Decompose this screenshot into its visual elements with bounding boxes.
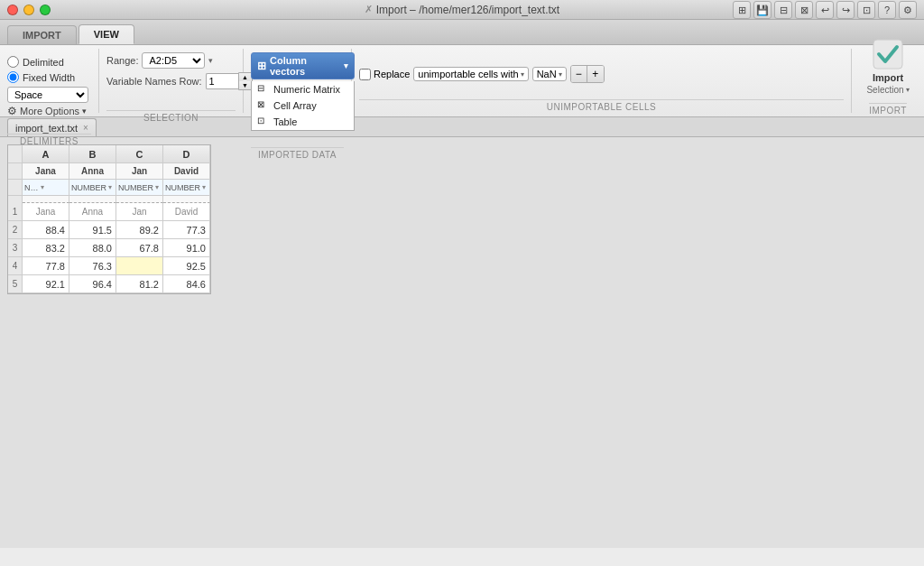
type-row: N… ▾ NUMBER ▾ NUMBER ▾ NUMBER ▾ xyxy=(8,180,210,196)
gear-icon: ⚙ xyxy=(7,105,17,117)
cell-3-a[interactable]: 83.2 xyxy=(23,239,69,257)
plus-button[interactable]: + xyxy=(587,66,604,82)
cell-4-b[interactable]: 76.3 xyxy=(69,257,116,275)
delimiters-section: Delimited Fixed Width Space ⚙ More Optio… xyxy=(0,49,99,113)
cell-1-c[interactable]: Jan xyxy=(116,203,163,221)
type-dropdown-a[interactable]: ▾ xyxy=(41,183,44,191)
name-header-jan: Jan xyxy=(116,163,163,180)
dotted-c xyxy=(116,196,163,203)
cell-5-d[interactable]: 84.6 xyxy=(163,275,210,293)
type-dropdown-d[interactable]: ▾ xyxy=(202,183,206,191)
icon-table[interactable]: ⊠ xyxy=(795,1,813,19)
dropdown-arrow-icon: ▾ xyxy=(344,61,348,70)
table-row: 1 Jana Anna Jan David xyxy=(8,203,210,221)
dotted-spacer xyxy=(8,196,23,203)
cell-5-c[interactable]: 81.2 xyxy=(116,275,163,293)
name-headers-row: Jana Anna Jan David xyxy=(8,163,210,180)
name-header-david: David xyxy=(163,163,210,180)
cell-4-c[interactable] xyxy=(116,257,163,275)
name-header-jana: Jana xyxy=(23,163,69,180)
tab-import[interactable]: IMPORT xyxy=(7,25,77,44)
replace-checkbox[interactable] xyxy=(359,69,371,80)
cell-2-c[interactable]: 89.2 xyxy=(116,221,163,239)
icon-save[interactable]: 💾 xyxy=(753,1,772,19)
column-vectors-dropdown[interactable]: ⊞ Column vectors ▾ xyxy=(251,52,355,79)
type-dropdown-c[interactable]: ▾ xyxy=(155,183,159,191)
pill-arrow-icon: ▾ xyxy=(521,70,524,79)
icon-undo[interactable]: ↩ xyxy=(816,1,834,19)
icon-redo[interactable]: ↪ xyxy=(836,1,855,19)
nan-arrow-icon: ▾ xyxy=(559,70,562,79)
row-num-3: 3 xyxy=(8,239,23,257)
delimiters-label: DELIMITERS xyxy=(7,134,91,146)
close-button[interactable] xyxy=(7,5,18,15)
table-item[interactable]: ⊡ Table xyxy=(252,114,354,130)
spreadsheet: A B C D Jana Anna Jan David N… ▾ xyxy=(7,144,211,294)
imported-data-menu: ⊟ Numeric Matrix ⊠ Cell Array ⊡ Table xyxy=(251,81,355,131)
row-num-5: 5 xyxy=(8,275,23,293)
more-options-btn[interactable]: ⚙ More Options ▾ xyxy=(7,105,91,117)
cell-3-c[interactable]: 67.8 xyxy=(116,239,163,257)
cell-2-d[interactable]: 77.3 xyxy=(163,221,210,239)
unimportable-cells-dropdown[interactable]: unimportable cells with ▾ xyxy=(413,67,528,81)
column-letter-headers: A B C D xyxy=(8,145,210,163)
cell-1-d[interactable]: David xyxy=(163,203,210,221)
window-controls[interactable] xyxy=(7,5,51,15)
icon-window[interactable]: ⊡ xyxy=(857,1,875,19)
fixed-width-radio[interactable]: Fixed Width xyxy=(7,71,91,83)
icon-settings[interactable]: ⚙ xyxy=(899,1,917,19)
cell-3-b[interactable]: 88.0 xyxy=(69,239,116,257)
type-cell-b: NUMBER ▾ xyxy=(69,180,116,196)
cell-2-a[interactable]: 88.4 xyxy=(23,221,69,239)
delimited-radio[interactable]: Delimited xyxy=(7,56,91,68)
tab-view[interactable]: VIEW xyxy=(79,24,134,44)
space-select[interactable]: Space xyxy=(7,87,88,103)
cell-1-b[interactable]: Anna xyxy=(69,203,116,221)
cell-3-d[interactable]: 91.0 xyxy=(163,239,210,257)
cell-4-d[interactable]: 92.5 xyxy=(163,257,210,275)
minimize-button[interactable] xyxy=(23,5,34,15)
imported-data-section: ⊞ Column vectors ▾ ⊟ Numeric Matrix ⊠ Ce… xyxy=(244,49,352,113)
imported-data-label: IMPORTED DATA xyxy=(251,147,344,160)
header-spacer xyxy=(8,145,23,163)
table-row: 4 77.8 76.3 92.5 xyxy=(8,257,210,275)
numeric-matrix-item[interactable]: ⊟ Numeric Matrix xyxy=(252,81,354,97)
nan-value-dropdown[interactable]: NaN ▾ xyxy=(532,67,567,81)
checkmark-icon xyxy=(872,38,904,70)
column-vectors-icon: ⊞ xyxy=(257,60,266,72)
cell-array-item[interactable]: ⊠ Cell Array xyxy=(252,97,354,114)
cell-5-a[interactable]: 92.1 xyxy=(23,275,69,293)
unimportable-cells-section: Replace unimportable cells with ▾ NaN ▾ … xyxy=(352,49,852,113)
replace-checkbox-label[interactable]: Replace xyxy=(359,69,410,80)
main-area: import_text.txt × A B C D Jana Anna Jan … xyxy=(0,117,924,566)
type-cell-d: NUMBER ▾ xyxy=(163,180,210,196)
import-selection-arrow: ▾ xyxy=(906,86,910,94)
cell-2-b[interactable]: 91.5 xyxy=(69,221,116,239)
icon-cols[interactable]: ⊟ xyxy=(774,1,792,19)
table-row: 3 83.2 88.0 67.8 91.0 xyxy=(8,239,210,257)
dotted-separator xyxy=(8,196,210,203)
import-button[interactable]: Import Selection ▾ xyxy=(866,38,909,95)
row-num-2: 2 xyxy=(8,221,23,239)
title-icon: ✗ xyxy=(365,4,373,15)
ribbon: Delimited Fixed Width Space ⚙ More Optio… xyxy=(0,45,924,117)
range-select[interactable]: A2:D5 xyxy=(142,52,205,69)
col-header-a: A xyxy=(23,145,69,163)
cell-4-a[interactable]: 77.8 xyxy=(23,257,69,275)
maximize-button[interactable] xyxy=(40,5,51,15)
range-row: Range: A2:D5 ▾ xyxy=(106,52,236,69)
variable-names-input[interactable] xyxy=(206,73,238,89)
titlebar: ✗ Import – /home/mer126/import_text.txt … xyxy=(0,0,924,20)
minus-plus-buttons: − + xyxy=(570,65,605,83)
type-dropdown-b[interactable]: ▾ xyxy=(108,183,112,191)
import-label: IMPORT xyxy=(869,103,907,116)
minus-button[interactable]: − xyxy=(571,66,587,82)
window-title: ✗ Import – /home/mer126/import_text.txt xyxy=(365,4,559,16)
cell-5-b[interactable]: 96.4 xyxy=(69,275,116,293)
unimportable-row: Replace unimportable cells with ▾ NaN ▾ … xyxy=(359,60,844,83)
col-header-c: C xyxy=(116,145,163,163)
type-cell-a: N… ▾ xyxy=(23,180,69,196)
icon-grid[interactable]: ⊞ xyxy=(733,1,751,19)
icon-help[interactable]: ? xyxy=(878,1,896,19)
cell-1-a[interactable]: Jana xyxy=(23,203,69,221)
